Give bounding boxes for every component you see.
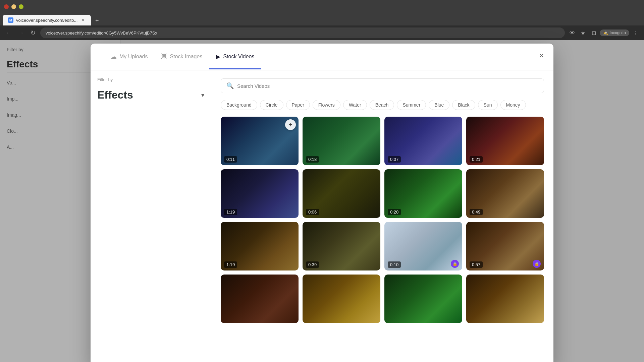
tag-paper[interactable]: Paper (286, 100, 310, 110)
address-input[interactable] (40, 27, 565, 38)
refresh-button[interactable]: ↻ (28, 28, 38, 38)
video-card[interactable]: 1:19 (221, 169, 299, 218)
uploads-icon: ☁ (111, 53, 117, 60)
video-card[interactable] (303, 275, 380, 323)
video-grid: + 0:11 0:18 0:07 0:21 (221, 117, 544, 323)
video-duration: 1:19 (224, 209, 237, 215)
tab-stock-images[interactable]: 🖼 Stock Images (154, 45, 209, 69)
modal-overlay: ☁ My Uploads 🖼 Stock Images ▶ Stock Vide… (0, 40, 644, 362)
incognito-badge: 🕵 Incognito (600, 29, 629, 36)
tag-money[interactable]: Money (500, 100, 526, 110)
video-card[interactable]: 0:21 (466, 117, 544, 165)
video-card[interactable]: 0:49 (466, 169, 544, 218)
back-button[interactable]: ← (4, 28, 13, 38)
search-bar[interactable]: 🔍 (221, 78, 544, 93)
modal-close-button[interactable]: ✕ (536, 50, 547, 61)
video-card[interactable]: 0:20 (384, 169, 462, 218)
tag-flowers[interactable]: Flowers (313, 100, 340, 110)
screen-icon[interactable]: ⊡ (589, 28, 598, 38)
images-tab-label: Stock Images (170, 54, 202, 60)
effects-row[interactable]: Effects ▾ (97, 87, 204, 103)
search-icon: 🔍 (226, 82, 234, 89)
add-video-button[interactable]: + (285, 119, 296, 130)
video-card[interactable] (221, 275, 299, 323)
uploads-tab-label: My Uploads (119, 54, 148, 60)
browser-tab[interactable]: M voiceover.speechify.com/edito... ✕ (3, 15, 91, 25)
tag-beach[interactable]: Beach (370, 100, 394, 110)
video-duration: 0:20 (388, 209, 401, 215)
modal-body: Filter by Effects ▾ 🔍 Background (91, 70, 553, 362)
video-card[interactable]: + 0:11 (221, 117, 299, 165)
tag-background[interactable]: Background (221, 100, 257, 110)
maximize-window-button[interactable] (19, 4, 23, 9)
lock-icon: 🔒 (451, 260, 459, 268)
images-icon: 🖼 (161, 53, 167, 60)
tag-blue[interactable]: Blue (429, 100, 449, 110)
video-card[interactable] (466, 275, 544, 323)
effects-chevron-icon: ▾ (201, 92, 204, 99)
modal-sidebar: Filter by Effects ▾ (91, 70, 211, 362)
video-duration: 1:19 (224, 261, 237, 268)
forward-button[interactable]: → (16, 28, 25, 38)
tag-circle[interactable]: Circle (260, 100, 283, 110)
video-card[interactable]: 0:10 🔒 (384, 222, 462, 270)
search-input[interactable] (237, 83, 538, 89)
bookmark-icon[interactable]: ★ (578, 28, 588, 38)
video-card[interactable]: 0:18 (303, 117, 380, 165)
video-duration: 0:07 (388, 156, 401, 163)
minimize-window-button[interactable] (11, 4, 16, 9)
tag-sun[interactable]: Sun (478, 100, 498, 110)
video-duration: 0:18 (306, 156, 319, 163)
tab-favicon: M (8, 17, 13, 23)
video-card[interactable]: 0:39 (303, 222, 380, 270)
video-duration: 0:11 (224, 156, 237, 163)
stock-videos-modal: ☁ My Uploads 🖼 Stock Images ▶ Stock Vide… (91, 44, 553, 362)
tab-bar: M voiceover.speechify.com/edito... ✕ + (0, 13, 644, 25)
title-bar (0, 0, 644, 13)
video-duration: 0:10 (388, 261, 401, 268)
tag-black[interactable]: Black (452, 100, 475, 110)
video-card[interactable] (384, 275, 462, 323)
tab-stock-videos[interactable]: ▶ Stock Videos (209, 45, 261, 69)
filter-by-label: Filter by (97, 77, 204, 82)
window-controls (4, 4, 23, 9)
video-duration: 0:06 (306, 209, 319, 215)
video-duration: 0:21 (470, 156, 483, 163)
address-bar: ← → ↻ 👁 ★ ⊡ 🕵 Incognito ⋮ (0, 25, 644, 40)
incognito-label: Incognito (609, 31, 626, 35)
video-duration: 0:57 (470, 261, 483, 268)
close-window-button[interactable] (4, 4, 9, 9)
menu-button[interactable]: ⋮ (631, 28, 640, 38)
video-card[interactable]: 1:19 (221, 222, 299, 270)
tag-summer[interactable]: Summer (397, 100, 426, 110)
tab-close-button[interactable]: ✕ (80, 17, 86, 23)
effects-row-title: Effects (97, 89, 133, 101)
browser-chrome: M voiceover.speechify.com/edito... ✕ + ←… (0, 0, 644, 40)
lock-icon: 🔒 (533, 260, 541, 268)
modal-main: 🔍 Background Circle Paper Flowers Water … (211, 70, 553, 362)
video-card[interactable]: 0:57 🔒 (466, 222, 544, 270)
content-area: Filter by Effects ▾ Vo... Imp... Imag...… (0, 40, 644, 362)
tab-my-uploads[interactable]: ☁ My Uploads (104, 45, 154, 69)
video-card[interactable]: 0:07 (384, 117, 462, 165)
toolbar-icons: 👁 ★ ⊡ 🕵 Incognito ⋮ (568, 28, 640, 38)
eye-off-icon[interactable]: 👁 (568, 28, 577, 38)
videos-tab-label: Stock Videos (223, 54, 254, 60)
video-duration: 0:39 (306, 261, 319, 268)
new-tab-button[interactable]: + (92, 16, 102, 25)
tags-row: Background Circle Paper Flowers Water Be… (221, 100, 544, 110)
videos-icon: ▶ (216, 53, 220, 60)
video-duration: 0:49 (470, 209, 483, 215)
tag-water[interactable]: Water (343, 100, 367, 110)
video-card[interactable]: 0:06 (303, 169, 380, 218)
modal-header: ☁ My Uploads 🖼 Stock Images ▶ Stock Vide… (91, 44, 553, 70)
tab-title: voiceover.speechify.com/edito... (16, 18, 77, 23)
